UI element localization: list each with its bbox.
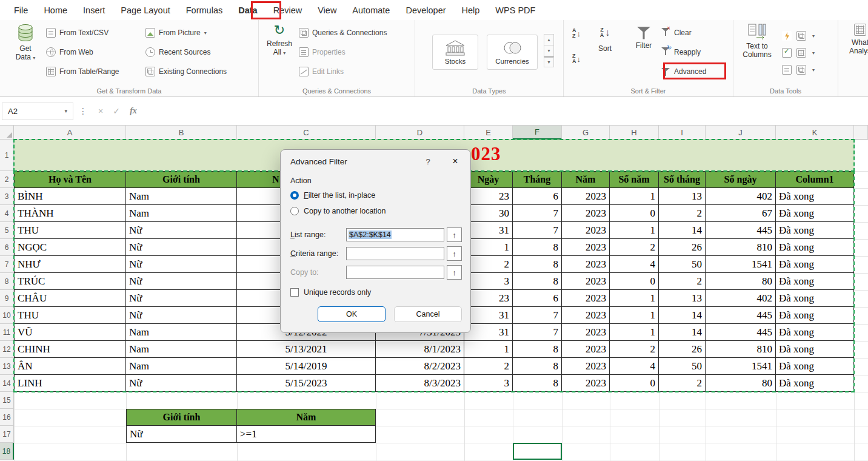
from-text-csv-button[interactable]: From Text/CSV	[46, 25, 119, 41]
cell-I6[interactable]: 26	[659, 239, 706, 256]
relationships-icon[interactable]	[782, 65, 792, 75]
row-header-8[interactable]: 8	[0, 273, 14, 290]
criteria-range-picker-icon[interactable]: ↑	[447, 246, 462, 261]
column-header-K[interactable]: K	[776, 126, 854, 140]
cell-K5[interactable]: Đã xong	[776, 222, 854, 239]
clear-filter-button[interactable]: × Clear	[661, 25, 706, 41]
cell-H9[interactable]: 1	[610, 290, 659, 307]
cell-E7[interactable]: 2	[464, 256, 513, 273]
cell-H8[interactable]: 0	[610, 273, 659, 290]
cell-G14[interactable]: 2023	[562, 375, 610, 392]
row-header-3[interactable]: 3	[0, 188, 14, 205]
data-validation-icon[interactable]	[782, 48, 792, 58]
tab-help[interactable]: Help	[454, 1, 488, 19]
data-tools-dropdown-icon-3[interactable]: ▾	[812, 67, 815, 73]
cell-K13[interactable]: Đã xong	[776, 358, 854, 375]
cell-B10[interactable]: Nữ	[126, 307, 237, 324]
cell-K8[interactable]: Đã xong	[776, 273, 854, 290]
cell-J13[interactable]: 1541	[706, 358, 776, 375]
table-header-E[interactable]: Ngày	[464, 171, 513, 188]
column-header-I[interactable]: I	[659, 126, 706, 140]
criteria-header-year[interactable]: Năm	[237, 409, 376, 426]
data-tools-dropdown-icon-1[interactable]: ▾	[812, 33, 815, 39]
cell-I4[interactable]: 2	[659, 205, 706, 222]
cell-F3[interactable]: 6	[513, 188, 562, 205]
cell-K14[interactable]: Đã xong	[776, 375, 854, 392]
unique-records-checkbox[interactable]	[290, 288, 299, 297]
cell-J10[interactable]: 445	[706, 307, 776, 324]
cell-B13[interactable]: Nam	[126, 358, 237, 375]
row-header-2[interactable]: 2	[0, 171, 14, 188]
cell-F14[interactable]: 8	[513, 375, 562, 392]
cell-A8[interactable]: TRÚC	[14, 273, 126, 290]
cell-J9[interactable]: 402	[706, 290, 776, 307]
cell-H11[interactable]: 1	[610, 324, 659, 341]
cell-I9[interactable]: 13	[659, 290, 706, 307]
cell-B3[interactable]: Nam	[126, 188, 237, 205]
ok-button[interactable]: OK	[318, 306, 386, 322]
row-header-12[interactable]: 12	[0, 341, 14, 358]
row-header-16[interactable]: 16	[0, 409, 14, 426]
cell-E12[interactable]: 1	[464, 341, 513, 358]
cell-G3[interactable]: 2023	[562, 188, 610, 205]
column-header-C[interactable]: C	[237, 126, 376, 140]
cell-A11[interactable]: VŨ	[14, 324, 126, 341]
cell-J5[interactable]: 445	[706, 222, 776, 239]
cell-I13[interactable]: 50	[659, 358, 706, 375]
tab-page-layout[interactable]: Page Layout	[113, 1, 178, 19]
table-header-J[interactable]: Số ngày	[706, 171, 776, 188]
cell-B4[interactable]: Nam	[126, 205, 237, 222]
name-box[interactable]: A2 ▾	[2, 103, 73, 120]
existing-connections-button[interactable]: Existing Connections	[145, 64, 227, 79]
cell-E13[interactable]: 2	[464, 358, 513, 375]
radio-filter-in-place[interactable]: Filter the list, in-place	[290, 187, 462, 203]
cell-A7[interactable]: NHƯ	[14, 256, 126, 273]
row-header-18[interactable]: 18	[0, 443, 14, 460]
row-header-9[interactable]: 9	[0, 290, 14, 307]
cell-B9[interactable]: Nữ	[126, 290, 237, 307]
column-header-J[interactable]: J	[706, 126, 776, 140]
cell-I12[interactable]: 26	[659, 341, 706, 358]
formula-input[interactable]	[142, 103, 867, 120]
cell-C14[interactable]: 5/15/2023	[237, 375, 376, 392]
cell-G13[interactable]: 2023	[562, 358, 610, 375]
cell-A13[interactable]: ÂN	[14, 358, 126, 375]
cell-K9[interactable]: Đã xong	[776, 290, 854, 307]
row-header-17[interactable]: 17	[0, 426, 14, 443]
column-header-D[interactable]: D	[376, 126, 464, 140]
row-header-14[interactable]: 14	[0, 375, 14, 392]
filter-button[interactable]: Filter	[627, 24, 661, 50]
select-all-corner[interactable]	[0, 126, 14, 140]
cell-E6[interactable]: 1	[464, 239, 513, 256]
list-range-input[interactable]: $A$2:$K$14	[346, 228, 444, 241]
cell-H5[interactable]: 1	[610, 222, 659, 239]
queries-connections-button[interactable]: Queries & Connections	[299, 25, 387, 41]
formula-bar-handle-icon[interactable]: ⋮	[79, 106, 87, 116]
cell-F6[interactable]: 8	[513, 239, 562, 256]
criteria-value-year[interactable]: >=1	[237, 426, 376, 443]
cell-H13[interactable]: 4	[610, 358, 659, 375]
gallery-more-icon[interactable]: ▾	[544, 56, 554, 67]
cell-E14[interactable]: 3	[464, 375, 513, 392]
list-range-picker-icon[interactable]: ↑	[447, 227, 462, 242]
cell-E4[interactable]: 30	[464, 205, 513, 222]
cell-A4[interactable]: THÀNH	[14, 205, 126, 222]
cell-E10[interactable]: 31	[464, 307, 513, 324]
tab-insert[interactable]: Insert	[75, 1, 113, 19]
cell-F11[interactable]: 7	[513, 324, 562, 341]
copy-to-picker-icon[interactable]: ↑	[447, 265, 462, 280]
cell-F7[interactable]: 8	[513, 256, 562, 273]
cell-G10[interactable]: 2023	[562, 307, 610, 324]
cell-I11[interactable]: 14	[659, 324, 706, 341]
cell-G5[interactable]: 2023	[562, 222, 610, 239]
cell-K4[interactable]: Đã xong	[776, 205, 854, 222]
table-header-G[interactable]: Năm	[562, 171, 610, 188]
cell-I14[interactable]: 2	[659, 375, 706, 392]
cell-E3[interactable]: 23	[464, 188, 513, 205]
cell-K7[interactable]: Đã xong	[776, 256, 854, 273]
cell-H12[interactable]: 2	[610, 341, 659, 358]
advanced-filter-button[interactable]: Advanced	[661, 64, 706, 79]
cell-G12[interactable]: 2023	[562, 341, 610, 358]
recent-sources-button[interactable]: Recent Sources	[145, 44, 227, 60]
table-header-H[interactable]: Số năm	[610, 171, 659, 188]
